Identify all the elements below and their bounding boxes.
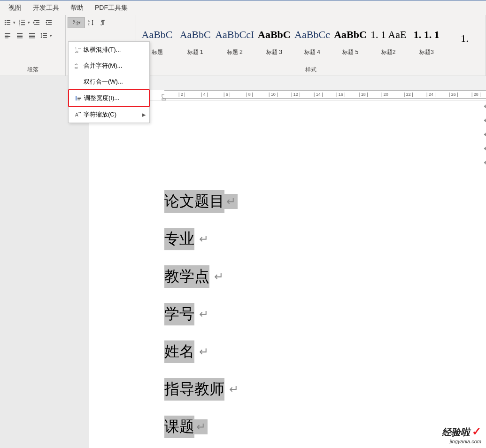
paragraph-mark-icon: ↵ — [209, 270, 224, 283]
svg-rect-1 — [7, 20, 10, 21]
line-spacing-button[interactable] — [39, 30, 50, 41]
style-card-7[interactable]: 1. 1. 1标题3 — [408, 17, 446, 64]
chevron-down-icon[interactable]: ▾ — [50, 33, 52, 38]
svg-text:Z: Z — [88, 23, 90, 26]
dropdown-item-label: 合并字符(M)... — [84, 62, 146, 70]
svg-rect-53 — [77, 98, 81, 99]
svg-text:—: — — [78, 47, 81, 50]
svg-marker-35 — [41, 33, 42, 34]
increase-indent-button[interactable] — [43, 17, 54, 28]
svg-rect-17 — [48, 22, 52, 23]
svg-rect-23 — [5, 38, 8, 38]
decrease-indent-button[interactable] — [31, 17, 42, 28]
selected-text[interactable]: 指导教师 — [164, 378, 224, 401]
paragraph-mark-icon: ↵ — [194, 419, 208, 434]
style-card-3[interactable]: AaBbC标题 3 — [255, 17, 293, 64]
dropdown-item-4[interactable]: A字符缩放(C)▶ — [69, 107, 149, 123]
menu-view[interactable]: 视图 — [3, 1, 27, 15]
chevron-down-icon[interactable]: ▾ — [13, 20, 15, 25]
style-card-6[interactable]: 1. 1 AaE标题2 — [370, 17, 408, 64]
check-icon: ✓ — [472, 425, 481, 438]
document-line-4[interactable]: 姓名↵ — [164, 340, 411, 363]
paragraph-mark-icon: ↵ — [484, 129, 486, 139]
document-line-5[interactable]: 指导教师↵ — [164, 378, 411, 401]
paragraph-mark-icon: ↵ — [224, 383, 239, 396]
style-preview: 1. 1. 1 — [414, 25, 440, 45]
document-page[interactable]: ↵↵↵↵↵ 论文题目↵专业↵教学点↵学号↵姓名↵指导教师↵课题↵完成场所↵ — [89, 101, 486, 448]
align-left-button[interactable] — [2, 30, 13, 41]
selected-text[interactable]: 专业 — [164, 228, 194, 250]
document-line-0[interactable]: 论文题目↵ — [164, 190, 411, 213]
asian-layout-dropdown: 1—23纵横混排(T)...abcd合并字符(M)...双行合一(W)...调整… — [68, 41, 150, 123]
document-line-3[interactable]: 学号↵ — [164, 303, 411, 325]
ruler-tick: | 14 | — [314, 92, 323, 97]
dropdown-item-label: 双行合一(W)... — [84, 77, 146, 86]
svg-marker-45 — [100, 24, 101, 26]
style-preview: 1. 1 AaE — [370, 25, 406, 45]
document-line-6[interactable]: 课题↵ — [164, 416, 411, 438]
selected-text[interactable]: 教学点 — [164, 265, 209, 288]
svg-rect-20 — [5, 33, 10, 34]
svg-rect-9 — [21, 22, 25, 23]
svg-rect-12 — [34, 20, 39, 21]
selected-text[interactable]: 学号 — [164, 303, 194, 325]
sort-button[interactable]: AZ — [85, 17, 97, 28]
dropdown-item-3[interactable]: 调整宽度(I)... — [68, 89, 150, 107]
ruler-tick: | 18 | — [359, 92, 368, 97]
align-distributed-button[interactable] — [26, 30, 38, 41]
document-line-1[interactable]: 专业↵ — [164, 228, 411, 250]
bullet-list-button[interactable] — [2, 17, 13, 28]
svg-rect-3 — [7, 22, 10, 23]
menu-help[interactable]: 帮助 — [65, 1, 89, 15]
svg-text:3: 3 — [19, 24, 20, 26]
style-card-1[interactable]: AaBbC标题 1 — [176, 17, 214, 64]
svg-rect-24 — [17, 33, 23, 34]
style-card-4[interactable]: AaBbCc标题 4 — [293, 17, 331, 64]
menu-devtools[interactable]: 开发工具 — [27, 1, 65, 15]
scale-icon: A — [72, 111, 84, 118]
style-card-8[interactable]: 1. — [446, 17, 484, 64]
paragraph-mark-icon: ↵ — [484, 143, 486, 153]
workspace: | 2 || 4 || 6 || 8 || 10 || 12 || 14 || … — [0, 76, 486, 448]
svg-rect-18 — [46, 24, 52, 25]
ruler-tick: | 16 | — [336, 92, 346, 97]
dropdown-item-label: 字符缩放(C) — [84, 110, 142, 119]
svg-rect-16 — [46, 20, 52, 21]
asian-layout-button[interactable]: A字 ▾ — [68, 17, 85, 28]
numbered-list-button[interactable]: 123 — [16, 17, 28, 28]
ruler-tick: | 22 | — [404, 92, 413, 97]
svg-rect-57 — [162, 99, 166, 100]
svg-rect-51 — [76, 96, 77, 100]
style-preview: AaBbC — [180, 25, 211, 45]
svg-rect-13 — [36, 22, 39, 23]
style-name: 标题 — [152, 45, 163, 56]
svg-marker-42 — [92, 20, 93, 21]
paragraph-group-label: 段落 — [2, 64, 63, 75]
align-justify-button[interactable] — [14, 30, 25, 41]
watermark-url: jingyanla.com — [450, 439, 481, 444]
ruler-tick: | 20 | — [381, 92, 391, 97]
paragraph-mark-icon: ↵ — [484, 157, 486, 167]
paragraph-mark-icon: ↵ — [194, 308, 208, 321]
menu-pdf-tools[interactable]: PDF工具集 — [89, 1, 133, 15]
paragraph-mark-icon: ↵ — [484, 101, 486, 110]
abcd-icon: abcd — [72, 62, 84, 70]
ruler-tick: | 28 | — [471, 92, 481, 97]
dropdown-item-label: 纵横混排(T)... — [84, 46, 146, 54]
selected-text[interactable]: 课题 — [164, 416, 194, 438]
dropdown-item-1[interactable]: abcd合并字符(M)... — [69, 58, 149, 74]
svg-rect-43 — [92, 21, 93, 24]
dropdown-item-0[interactable]: 1—23纵横混排(T)... — [69, 42, 149, 58]
ruler-tick: | 24 | — [426, 92, 436, 97]
editor-area: | 2 || 4 || 6 || 8 || 10 || 12 || 14 || … — [89, 76, 486, 448]
style-preview: AaBbCcI — [215, 25, 254, 45]
document-line-2[interactable]: 教学点↵ — [164, 265, 411, 288]
selected-text[interactable]: 论文题目 — [164, 190, 224, 213]
dropdown-item-2[interactable]: 双行合一(W)... — [69, 74, 149, 90]
style-preview: 1. — [461, 29, 469, 48]
selected-text[interactable]: 姓名 — [164, 340, 194, 363]
style-card-2[interactable]: AaBbCcI标题 2 — [214, 17, 255, 64]
style-card-5[interactable]: AaBbC标题 5 — [332, 17, 370, 64]
paragraph-marks-button[interactable] — [98, 17, 109, 28]
chevron-down-icon[interactable]: ▾ — [28, 20, 30, 25]
